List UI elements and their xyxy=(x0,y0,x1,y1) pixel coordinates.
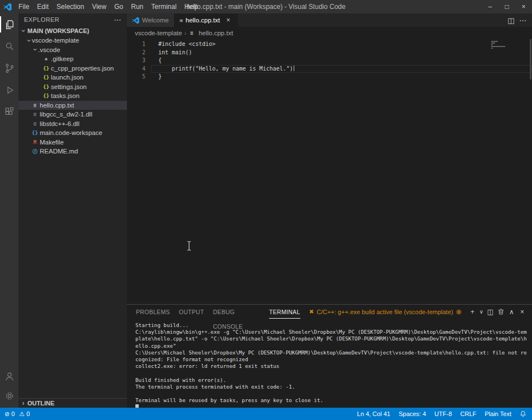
minimap-line xyxy=(491,43,495,44)
code-line[interactable]: 2int main() xyxy=(127,49,532,57)
panel-tab-output[interactable]: OUTPUT xyxy=(179,305,204,319)
split-terminal-icon[interactable]: ◫ xyxy=(485,308,496,316)
code-text: int main() xyxy=(158,49,192,57)
breadcrumb-label: hello.cpp.txt xyxy=(199,30,233,36)
tree-item-label: hello.cpp.txt xyxy=(40,102,74,109)
minimize-button[interactable]: – xyxy=(482,0,498,13)
line-number[interactable]: 2 xyxy=(127,49,145,57)
tab-hello-cpp-txt[interactable]: ≡hello.cpp.txt× xyxy=(175,13,238,27)
menu-edit[interactable]: Edit xyxy=(33,0,53,13)
status-encoding[interactable]: UTF-8 xyxy=(435,410,452,417)
account-icon[interactable] xyxy=(0,366,18,386)
terminal-line: ello.cpp.exe" xyxy=(135,343,530,349)
terminal-cursor xyxy=(135,404,139,408)
terminal-task-item[interactable]: ✖ C/C++: g++.exe build active file (vsco… xyxy=(309,308,462,316)
explorer-icon[interactable] xyxy=(0,13,18,35)
line-number[interactable]: 4 xyxy=(127,65,145,73)
tree-item-vscode-template[interactable]: ›vscode-template xyxy=(18,36,127,45)
workspace-file-icon: {} xyxy=(32,130,38,136)
code-line[interactable]: 1#include <cstdio> xyxy=(127,40,532,49)
status-cursor-position[interactable]: Ln 4, Col 41 xyxy=(357,410,390,417)
chevron-right-icon: › xyxy=(20,399,26,407)
tree-item-launch-json[interactable]: {}launch.json xyxy=(18,73,127,82)
code-line[interactable]: 4 printf("Hello, my name is Michael.") xyxy=(127,65,532,73)
run-debug-icon[interactable] xyxy=(0,79,18,101)
new-terminal-icon[interactable]: + xyxy=(467,308,478,316)
panel-tab-debug-console[interactable]: DEBUG CONSOLE xyxy=(213,305,260,319)
terminal-dropdown-icon[interactable]: ∨ xyxy=(478,309,485,315)
menu-help[interactable]: Help xyxy=(181,0,203,13)
settings-gear-icon[interactable] xyxy=(0,386,18,405)
line-number[interactable]: 5 xyxy=(127,73,145,81)
terminal-output[interactable]: Starting build...C:\raylib\mingw\bin\g++… xyxy=(127,319,532,408)
more-actions-icon[interactable]: ⋯ xyxy=(114,16,121,24)
terminal-line: C:\Users\Michael Sheeler\Dropbox\My PC (… xyxy=(135,349,530,356)
tree-item-label: c_cpp_properties.json xyxy=(51,65,114,72)
breadcrumb-label: vscode-template xyxy=(135,30,182,36)
tree-item-label: .vscode xyxy=(38,46,60,53)
bottom-panel: PROBLEMSOUTPUTDEBUG CONSOLETERMINAL ✖ C/… xyxy=(127,304,532,408)
tree-item-tasks-json[interactable]: {}tasks.json xyxy=(18,91,127,101)
tree-item-main-code-workspace[interactable]: {}main.code-workspace xyxy=(18,128,127,138)
status-eol[interactable]: CRLF xyxy=(460,410,477,417)
explorer-sidebar: EXPLORER ⋯ › MAIN (WORKSPACE) ›vscode-te… xyxy=(18,13,127,408)
menu-run[interactable]: Run xyxy=(127,0,147,13)
status-language-mode[interactable]: Plain Text xyxy=(485,410,512,417)
panel-tab-problems[interactable]: PROBLEMS xyxy=(136,305,170,319)
workspace-section-header[interactable]: › MAIN (WORKSPACE) xyxy=(18,26,127,36)
tree-item-vscode[interactable]: ›.vscode xyxy=(18,45,127,55)
line-number[interactable]: 3 xyxy=(127,57,145,65)
tab-welcome[interactable]: Welcome xyxy=(127,13,175,27)
minimap[interactable] xyxy=(491,41,506,49)
terminal-line: Build finished with error(s). xyxy=(135,377,530,384)
task-label: C/C++: g++.exe build active file (vscode… xyxy=(317,309,453,315)
menu-file[interactable]: File xyxy=(15,0,33,13)
code-line[interactable]: 3{ xyxy=(127,57,532,65)
maximize-button[interactable]: □ xyxy=(498,0,515,13)
status-indentation[interactable]: Spaces: 4 xyxy=(399,410,426,417)
panel-tab-terminal[interactable]: TERMINAL xyxy=(269,305,300,319)
terminal-line: The terminal process terminated with exi… xyxy=(135,384,530,390)
tab-label: Welcome xyxy=(142,17,169,24)
info-file-icon: i xyxy=(32,149,37,154)
breadcrumb-item-vscode-template[interactable]: vscode-template xyxy=(135,30,182,36)
search-icon[interactable] xyxy=(0,35,18,57)
tree-item-c-cpp-properties-json[interactable]: {}c_cpp_properties.json xyxy=(18,64,127,73)
minimap-line xyxy=(491,44,493,45)
code-text: { xyxy=(158,57,162,65)
tree-item-libgcc-s-dw2-1-dll[interactable]: ≡libgcc_s_dw2-1.dll xyxy=(18,110,127,119)
outline-section-header[interactable]: › OUTLINE xyxy=(18,398,127,408)
tree-item-libstdc-6-dll[interactable]: ≡libstdc++-6.dll xyxy=(18,119,127,129)
maximize-panel-icon[interactable]: ∧ xyxy=(506,308,517,316)
code-editor[interactable]: 1#include <cstdio>2int main()3{4 printf(… xyxy=(127,39,532,304)
tree-item-settings-json[interactable]: {}settings.json xyxy=(18,82,127,92)
split-editor-icon[interactable]: ◫ xyxy=(505,16,517,25)
extensions-icon[interactable] xyxy=(0,101,18,123)
breadcrumb-item-hello-cpp-txt[interactable]: ≡hello.cpp.txt xyxy=(189,30,233,36)
menu-terminal[interactable]: Terminal xyxy=(147,0,180,13)
tree-item-readme-md[interactable]: iREADME.md xyxy=(18,147,127,156)
tree-item-hello-cpp-txt[interactable]: ≡hello.cpp.txt xyxy=(18,101,127,110)
tree-item-label: Makefile xyxy=(40,139,64,146)
status-right-group: Ln 4, Col 41Spaces: 4UTF-8CRLFPlain Text xyxy=(357,410,526,417)
chevron-down-icon: › xyxy=(20,28,27,34)
close-panel-icon[interactable]: × xyxy=(517,308,528,316)
status-problems[interactable]: ⊘0⚠0 xyxy=(4,410,30,417)
source-control-icon[interactable] xyxy=(0,57,18,79)
kill-terminal-icon[interactable] xyxy=(496,308,506,315)
close-tab-icon[interactable]: × xyxy=(224,16,232,24)
tree-item-gitkeep[interactable]: ◆.gitkeep xyxy=(18,54,127,64)
menu-view[interactable]: View xyxy=(88,0,110,13)
close-window-button[interactable]: × xyxy=(515,0,532,13)
menu-selection[interactable]: Selection xyxy=(53,0,88,13)
menu-go[interactable]: Go xyxy=(110,0,127,13)
notifications-bell-icon[interactable] xyxy=(520,410,526,417)
line-number[interactable]: 1 xyxy=(127,40,145,49)
binary-file-icon: ≡ xyxy=(32,121,38,127)
editor-actions: ◫ ⋯ xyxy=(505,13,532,27)
tree-item-makefile[interactable]: MMakefile xyxy=(18,138,127,147)
code-line[interactable]: 5} xyxy=(127,73,532,81)
editor-scrollbar[interactable] xyxy=(530,39,531,80)
more-actions-icon[interactable]: ⋯ xyxy=(517,16,529,25)
tree-item-label: .gitkeep xyxy=(51,55,73,62)
